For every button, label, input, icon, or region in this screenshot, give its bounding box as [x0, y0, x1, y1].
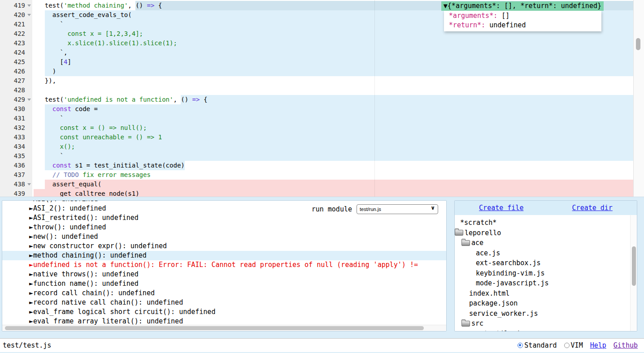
file-tree-row[interactable]: index.html — [455, 288, 630, 299]
files-vertical-scrollbar[interactable] — [630, 215, 637, 331]
line-number[interactable]: 437 — [0, 170, 32, 180]
line-number[interactable]: 435 — [0, 151, 32, 161]
test-result-row[interactable]: ►throw(): undefined — [2, 223, 446, 232]
line-number[interactable]: 429 — [0, 95, 32, 104]
status-bar: test/test.js Standard VIM Help Github — [0, 338, 644, 352]
run-module-select[interactable]: test/run.js — [357, 204, 438, 214]
line-number[interactable]: 434 — [0, 142, 32, 151]
create-file-link[interactable]: Create file — [479, 201, 523, 215]
code-line[interactable]: const code = — [32, 104, 633, 114]
code-line[interactable]: const x = () => null(); — [32, 123, 633, 133]
results-horizontal-scrollbar[interactable] — [2, 325, 446, 331]
test-result-row[interactable]: ►method chaining(): undefined — [2, 251, 446, 260]
file-name-label: leporello — [465, 228, 501, 238]
code-line[interactable]: const unreachable = () => 1 — [32, 133, 633, 142]
line-number[interactable]: 432 — [0, 123, 32, 133]
keybinding-standard-label: Standard — [524, 339, 557, 352]
fold-arrow-icon[interactable] — [27, 99, 31, 101]
editor-gutter[interactable]: 4194204214224234244254264274284294304314… — [0, 0, 32, 197]
value-tooltip: ▼{*arguments*: [], *return*: undefined} … — [441, 1, 604, 31]
code-line-text: ` — [32, 151, 633, 161]
test-result-row[interactable]: ►record call chain(): undefined — [2, 288, 446, 298]
fold-arrow-icon[interactable] — [27, 4, 31, 7]
folder-row[interactable]: src — [455, 319, 630, 329]
test-result-row[interactable]: ►native throws(): undefined — [2, 270, 446, 279]
code-line-text: // TODO fix error messages — [32, 170, 633, 180]
test-result-row[interactable]: ►eval_frame logical short circuit(): und… — [2, 307, 446, 317]
code-line[interactable]: x.slice(1).slice(1).slice(1); — [32, 39, 633, 48]
file-tree-row[interactable]: mode-javascript.js — [455, 278, 630, 288]
code-line[interactable]: // TODO fix error messages — [32, 170, 633, 180]
help-link[interactable]: Help — [590, 339, 606, 352]
test-results-panel: ►ASI(): undefined►ASI_2(): undefined►ASI… — [2, 200, 447, 331]
file-name-label: service_worker.js — [469, 309, 538, 319]
fold-arrow-icon[interactable] — [27, 183, 31, 185]
test-result-row[interactable]: ►ASI(): undefined — [2, 200, 446, 204]
editor-scrollbar-thumb[interactable] — [636, 38, 640, 50]
create-dir-link[interactable]: Create dir — [572, 201, 613, 215]
code-line[interactable]: [4] — [32, 57, 633, 67]
line-number[interactable]: 427 — [0, 76, 32, 86]
line-number[interactable]: 424 — [0, 48, 32, 57]
code-line[interactable]: assert_equal( — [32, 180, 633, 189]
code-line[interactable]: ` — [32, 151, 633, 161]
keybinding-standard-radio[interactable]: Standard — [518, 339, 557, 352]
radio-unselected-icon[interactable] — [564, 343, 570, 348]
code-line[interactable]: ` — [32, 114, 633, 123]
value-tooltip-header[interactable]: ▼{*arguments*: [], *return*: undefined} — [441, 1, 604, 11]
line-number[interactable]: 428 — [0, 86, 32, 95]
folder-row[interactable]: ace — [455, 238, 630, 248]
line-number[interactable]: 433 — [0, 133, 32, 142]
file-tree-row[interactable]: keybinding-vim.js — [455, 268, 630, 279]
test-results-list: ►ASI(): undefined►ASI_2(): undefined►ASI… — [2, 200, 446, 326]
github-link[interactable]: Github — [614, 339, 638, 352]
file-tree-row[interactable]: ext-searchbox.js — [455, 258, 630, 268]
code-line[interactable]: ) — [32, 67, 633, 76]
editor-vertical-scrollbar[interactable] — [633, 0, 644, 197]
code-line[interactable]: `, — [32, 48, 633, 57]
code-line[interactable]: test('undefined is not a function', () =… — [32, 95, 633, 104]
line-number[interactable]: 430 — [0, 104, 32, 114]
fold-arrow-icon[interactable] — [27, 14, 31, 16]
file-name-label: index.html — [469, 288, 509, 299]
leporello-app: { "colors": { "highlight_blue": "#def0fa… — [0, 0, 644, 353]
files-scrollbar-thumb[interactable] — [632, 246, 636, 286]
line-number[interactable]: 421 — [0, 20, 32, 29]
file-tree-row[interactable]: service_worker.js — [455, 309, 630, 319]
code-line-text: `, — [32, 48, 633, 57]
test-result-row[interactable]: ►new constructor expr(): undefined — [2, 241, 446, 251]
line-number[interactable]: 426 — [0, 67, 32, 76]
line-number[interactable]: 422 — [0, 29, 32, 39]
folder-row[interactable]: leporello — [455, 228, 630, 238]
file-tree-row[interactable]: package.json — [455, 298, 630, 309]
line-number[interactable]: 431 — [0, 114, 32, 123]
results-scrollbar-thumb[interactable] — [5, 326, 424, 330]
file-tree-row[interactable]: ast_utils.js — [455, 329, 630, 331]
file-tree-row[interactable]: ace.js — [455, 248, 630, 258]
keybinding-vim-radio[interactable]: VIM — [564, 339, 583, 352]
line-number[interactable]: 425 — [0, 57, 32, 67]
test-result-row[interactable]: ►function name(): undefined — [2, 279, 446, 288]
code-line[interactable]: x(); — [32, 142, 633, 151]
line-number[interactable]: 439 — [0, 189, 32, 197]
code-editor[interactable]: 4194204214224234244254264274284294304314… — [0, 0, 644, 197]
file-name-label: ast_utils.js — [476, 329, 524, 331]
line-number[interactable]: 419 — [0, 1, 32, 10]
radio-selected-icon[interactable] — [518, 343, 523, 348]
line-number[interactable]: 423 — [0, 39, 32, 48]
test-result-row[interactable]: ►record native call chain(): undefined — [2, 298, 446, 307]
line-number[interactable]: 420 — [0, 10, 32, 20]
tooltip-entry[interactable]: *return*: undefined — [445, 21, 599, 30]
line-number[interactable]: 436 — [0, 161, 32, 170]
file-tree-row[interactable]: *scratch* — [455, 218, 630, 228]
code-line[interactable]: get_calltree_node(s1) — [32, 189, 633, 197]
tooltip-entry[interactable]: *arguments*: [] — [445, 11, 599, 21]
code-line[interactable] — [32, 86, 633, 95]
line-number[interactable]: 438 — [0, 180, 32, 189]
file-name-label: ext-searchbox.js — [476, 258, 541, 268]
code-line[interactable]: const s1 = test_initial_state(code) — [32, 161, 633, 170]
code-line[interactable]: }), — [32, 76, 633, 86]
test-result-row[interactable]: ►new(): undefined — [2, 232, 446, 241]
test-result-row[interactable]: ►ASI_restrited(): undefined — [2, 213, 446, 223]
test-result-row[interactable]: ►undefined is not a function(): Error: F… — [2, 260, 446, 270]
